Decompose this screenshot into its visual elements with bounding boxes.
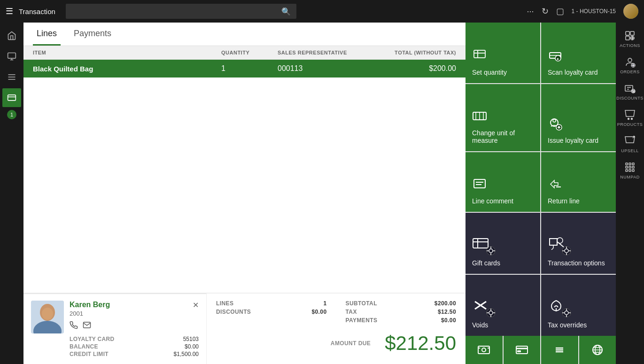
- sidebar-item-orders[interactable]: ORDERS: [618, 53, 642, 78]
- svg-rect-105: [626, 170, 628, 171]
- svg-rect-106: [629, 170, 631, 171]
- sidebar-item-menu[interactable]: [2, 68, 21, 86]
- svg-rect-0: [8, 53, 16, 59]
- return-line-icon: [548, 177, 609, 194]
- bottom-action-buttons: [466, 336, 616, 364]
- transaction-content: Black Quilted Bag 1 000113 $200.00: [23, 60, 466, 293]
- svg-point-11: [42, 308, 53, 320]
- bottom-section: Karen Berg 2001 LOY: [23, 293, 466, 364]
- payments-label: PAYMENTS: [346, 317, 378, 324]
- transaction-badge: 1: [7, 110, 16, 119]
- user-avatar[interactable]: [623, 4, 638, 19]
- sidebar-item-transaction[interactable]: [2, 88, 21, 107]
- svg-point-94: [628, 118, 629, 120]
- credit-limit-value: $1,500.00: [124, 351, 199, 357]
- tax-overrides-icon: [548, 299, 571, 318]
- actions-label: ACTIONS: [620, 43, 640, 48]
- gift-cards-icon: [472, 237, 496, 256]
- svg-rect-107: [632, 170, 634, 171]
- svg-point-65: [482, 348, 486, 352]
- tax-value: $12.50: [438, 309, 456, 315]
- svg-rect-79: [626, 31, 629, 35]
- left-sidebar: 1: [0, 23, 23, 364]
- web-button[interactable]: [579, 336, 616, 364]
- voids-label: Voids: [472, 321, 534, 329]
- customer-photo: [31, 301, 64, 333]
- svg-point-85: [628, 58, 632, 62]
- tile-change-uom[interactable]: Change unit of measure: [466, 84, 540, 151]
- lines-value: 1: [323, 300, 326, 307]
- sidebar-item-upsell[interactable]: UPSELL: [618, 132, 642, 157]
- right-sidebar: ACTIONS ORDERS %: [616, 23, 644, 364]
- tile-voids[interactable]: Voids: [466, 275, 540, 336]
- tax-label: TAX: [346, 309, 357, 315]
- sidebar-item-products-right[interactable]: PRODUCTS: [618, 105, 642, 131]
- tab-lines[interactable]: Lines: [33, 23, 61, 46]
- customer-close-button[interactable]: ✕: [193, 301, 199, 310]
- gift-cards-label: Gift cards: [472, 259, 534, 267]
- svg-rect-6: [8, 95, 16, 101]
- tax-overrides-label: Tax overrides: [548, 321, 609, 329]
- search-bar[interactable]: 🔍: [66, 4, 296, 19]
- tile-scan-loyalty[interactable]: ● Scan loyalty card: [541, 23, 616, 83]
- set-quantity-label: Set quantity: [472, 69, 534, 77]
- table-row[interactable]: Black Quilted Bag 1 000113 $200.00: [23, 60, 466, 77]
- tile-transaction-options[interactable]: Transaction options: [541, 213, 616, 274]
- sidebar-item-numpad[interactable]: NUMPAD: [618, 158, 642, 183]
- row-sales-rep: 000113: [278, 64, 372, 73]
- svg-rect-68: [516, 346, 528, 354]
- transaction-options-icon: [548, 237, 571, 256]
- scan-loyalty-icon: ●: [548, 48, 609, 65]
- tab-payments[interactable]: Payments: [70, 23, 115, 46]
- numpad-icon: [624, 162, 636, 173]
- col-sales-rep: SALES REPRESENTATIVE: [278, 50, 372, 55]
- svg-point-41: [557, 238, 563, 243]
- svg-rect-103: [629, 166, 631, 168]
- tabs-bar: Lines Payments: [23, 23, 466, 46]
- svg-text:●: ●: [557, 57, 559, 61]
- line-comment-icon: [472, 177, 534, 194]
- content-area: Lines Payments ITEM QUANTITY SALES REPRE…: [23, 23, 466, 364]
- customer-name: Karen Berg: [70, 301, 199, 309]
- tile-gift-cards[interactable]: Gift cards: [466, 213, 540, 274]
- phone-icon[interactable]: [70, 321, 78, 331]
- tile-return-line[interactable]: Return line: [541, 152, 616, 211]
- customer-id: 2001: [70, 310, 199, 317]
- sidebar-item-actions[interactable]: ACTIONS: [618, 26, 642, 52]
- email-icon[interactable]: [83, 321, 91, 331]
- svg-rect-70: [517, 350, 521, 352]
- refresh-icon[interactable]: ↻: [542, 6, 549, 16]
- topbar-icons: ··· ↻ ▢ 1 - HOUSTON-15: [527, 4, 638, 19]
- change-uom-label: Change unit of measure: [472, 129, 534, 145]
- exact-button[interactable]: [541, 336, 578, 364]
- svg-rect-104: [632, 166, 634, 168]
- loyalty-card-label: LOYALTY CARD: [70, 336, 114, 342]
- amount-due-value: $212.50: [385, 332, 456, 355]
- more-options-icon[interactable]: ···: [527, 7, 534, 16]
- discounts-label: DISCOUNTS: [216, 309, 251, 315]
- credit-limit-label: CREDIT LIMIT: [70, 351, 114, 357]
- customer-contacts: [70, 321, 199, 331]
- action-tiles: Set quantity ● Scan loyalty card: [466, 23, 616, 364]
- col-total: TOTAL (WITHOUT TAX): [372, 50, 456, 55]
- topbar-title: Transaction: [19, 8, 55, 15]
- tile-issue-loyalty[interactable]: Issue loyalty card: [541, 84, 616, 151]
- tile-set-quantity[interactable]: Set quantity: [466, 23, 540, 83]
- subtotal-label: SUBTOTAL: [346, 300, 377, 307]
- cash-button[interactable]: [466, 336, 503, 364]
- table-header: ITEM QUANTITY SALES REPRESENTATIVE TOTAL…: [23, 46, 466, 60]
- sidebar-item-home[interactable]: [2, 26, 21, 45]
- sidebar-item-discounts[interactable]: % DISCOUNTS: [618, 79, 642, 104]
- actions-icon: [624, 30, 636, 41]
- monitor-icon[interactable]: ▢: [556, 6, 564, 16]
- balance-value: $0.00: [124, 343, 199, 350]
- menu-icon[interactable]: ☰: [6, 6, 13, 16]
- loyalty-card-value: 55103: [124, 336, 199, 342]
- svg-point-95: [631, 118, 633, 120]
- sidebar-item-products[interactable]: [2, 47, 21, 66]
- tile-line-comment[interactable]: Line comment: [466, 152, 540, 211]
- set-quantity-icon: [472, 46, 534, 65]
- card-button[interactable]: [504, 336, 541, 364]
- customer-panel: Karen Berg 2001 LOY: [23, 294, 207, 364]
- tile-tax-overrides[interactable]: Tax overrides: [541, 275, 616, 336]
